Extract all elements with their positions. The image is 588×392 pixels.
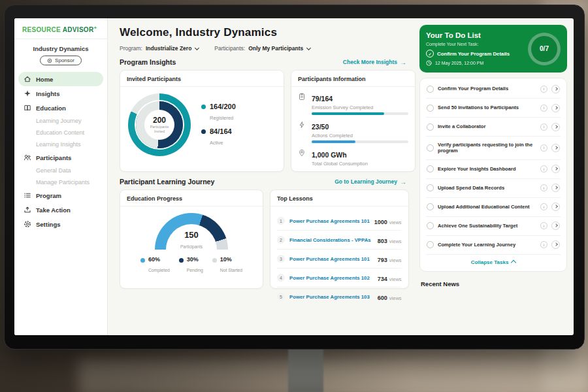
- task-label: Upload Additional Educational Content: [438, 204, 536, 210]
- program-select[interactable]: Industrialize Zero: [146, 45, 199, 52]
- invited-donut-chart: 200 Participants Invited: [128, 93, 191, 156]
- task-checkbox[interactable]: [427, 123, 434, 131]
- legend-label: Registered: [210, 115, 233, 121]
- chevron-right-icon[interactable]: [551, 144, 560, 152]
- legend-item-registered: 164/200 Registered: [201, 103, 236, 122]
- task-checkbox[interactable]: [427, 184, 434, 191]
- task-row-confirm-program[interactable]: Confirm Your Program Details i: [426, 80, 561, 99]
- sidebar-item-insights[interactable]: Insights: [14, 86, 107, 101]
- info-icon[interactable]: i: [540, 86, 547, 93]
- gauge-legend-dot: [212, 258, 217, 263]
- info-icon[interactable]: i: [540, 222, 547, 229]
- go-to-learning-journey-link[interactable]: Go to Learning Journey →: [335, 178, 406, 186]
- card-title: Invited Participants: [127, 76, 277, 82]
- sidebar-item-manage-participants[interactable]: Manage Participants: [14, 176, 107, 188]
- info-icon[interactable]: i: [540, 123, 547, 131]
- info-icon[interactable]: i: [540, 144, 547, 152]
- sidebar-item-education-content[interactable]: Education Content: [14, 127, 107, 139]
- lesson-title-link[interactable]: Financial Considerations - VPPAs: [289, 237, 373, 243]
- actions-bolt-icon: [298, 121, 306, 129]
- sidebar-nav: Home Insights Education Learning Journey: [14, 72, 107, 231]
- sidebar-item-program[interactable]: Program: [14, 188, 107, 203]
- stat-progress-fill: [312, 140, 355, 143]
- chevron-right-icon[interactable]: [551, 85, 560, 93]
- participants-information-card: Participants Information 79/164 Emission…: [291, 70, 416, 172]
- sidebar-item-participants[interactable]: Participants: [14, 150, 107, 165]
- link-label: Go to Learning Journey: [335, 178, 397, 185]
- program-icon: [24, 191, 31, 199]
- collapse-tasks-link[interactable]: Collapse Tasks: [426, 255, 561, 270]
- stat-label: Actions Completed: [312, 133, 408, 139]
- task-row-send-invitations[interactable]: Send 50 Invitations to Participants i: [426, 99, 561, 118]
- sidebar-item-label: General Data: [36, 167, 71, 174]
- task-row-complete-learning-journey[interactable]: Complete Your Learning Journey i: [426, 236, 561, 255]
- lesson-title-link[interactable]: Power Purchase Agreements 101: [289, 218, 370, 224]
- task-checkbox[interactable]: [427, 105, 434, 112]
- sidebar-item-learning-journey[interactable]: Learning Journey: [14, 115, 107, 127]
- check-more-insights-link[interactable]: Check More Insights →: [343, 59, 406, 66]
- divider: [270, 206, 408, 206]
- info-icon[interactable]: i: [540, 105, 547, 112]
- settings-gear-icon: [24, 220, 31, 228]
- todo-panel: Your To Do List Complete Your Next Task:…: [416, 18, 574, 335]
- task-row-verify-participants[interactable]: Verify participants requesting to join t…: [426, 137, 561, 160]
- task-row-upload-spend-data[interactable]: Upload Spend Data Records i: [426, 179, 561, 198]
- chevron-right-icon[interactable]: [551, 221, 560, 230]
- legend-value: 164/200: [210, 103, 236, 110]
- chevron-right-icon[interactable]: [551, 165, 560, 173]
- participants-select-value: Only My Participants: [248, 45, 303, 52]
- check-circle-icon: ✓: [426, 50, 434, 57]
- sidebar-item-general-data[interactable]: General Data: [14, 165, 107, 176]
- task-checkbox[interactable]: [427, 203, 434, 210]
- chevron-right-icon[interactable]: [551, 184, 560, 192]
- task-checkbox[interactable]: [427, 222, 434, 229]
- task-checkbox[interactable]: [427, 241, 434, 248]
- lesson-row: 4 Power Purchase Agreements 102 734views: [277, 269, 402, 287]
- task-row-invite-collaborator[interactable]: Invite a Collaborator i: [426, 118, 561, 137]
- task-row-upload-educational-content[interactable]: Upload Additional Educational Content i: [426, 198, 561, 217]
- sponsor-badge: Sponsor: [40, 56, 82, 65]
- chevron-right-icon[interactable]: [551, 240, 560, 249]
- info-icon[interactable]: i: [540, 165, 547, 172]
- task-checkbox[interactable]: [427, 86, 434, 93]
- todo-hero-card: Your To Do List Complete Your Next Task:…: [419, 25, 567, 73]
- gauge-center-value: 150: [155, 231, 228, 239]
- sidebar-item-take-action[interactable]: Take Action: [14, 203, 107, 217]
- sidebar-item-settings[interactable]: Settings: [14, 217, 107, 231]
- donut-legend-dot: [201, 129, 206, 134]
- chevron-right-icon[interactable]: [551, 203, 560, 211]
- info-icon[interactable]: i: [540, 203, 547, 210]
- lesson-views: 803: [378, 238, 387, 244]
- legend-item-pending: 30% Pending: [179, 256, 203, 274]
- card-title: Top Lessons: [277, 195, 402, 202]
- task-checkbox[interactable]: [427, 165, 434, 172]
- chevron-right-icon[interactable]: [551, 123, 560, 131]
- chevron-down-icon: [195, 45, 199, 50]
- logo-advisor-text: ADVISOR: [63, 26, 94, 33]
- sidebar-item-learning-insights[interactable]: Learning Insights: [14, 139, 107, 150]
- legend-value: 10%: [220, 256, 242, 263]
- chevron-down-icon: [306, 45, 311, 50]
- lesson-views: 1000: [374, 219, 387, 225]
- lesson-title-link[interactable]: Power Purchase Agreements 103: [289, 294, 373, 300]
- legend-value: 30%: [187, 256, 203, 263]
- chevron-right-icon[interactable]: [551, 104, 560, 112]
- task-row-achieve-target[interactable]: Achieve One Sustainability Target i: [426, 217, 561, 236]
- sidebar-item-education[interactable]: Education: [14, 101, 107, 115]
- sidebar-item-home[interactable]: Home: [18, 72, 103, 86]
- location-pin-icon: [298, 149, 306, 157]
- participants-select[interactable]: Only My Participants: [248, 45, 310, 52]
- task-row-explore-insights[interactable]: Explore Your Insights Dashboard i: [426, 160, 561, 179]
- sidebar-item-label: Settings: [36, 221, 60, 228]
- legend-label: Not Started: [220, 268, 242, 272]
- info-icon[interactable]: i: [540, 184, 547, 191]
- lesson-title-link[interactable]: Power Purchase Agreements 102: [289, 275, 373, 281]
- donut-center-label: Participants Invited: [148, 125, 171, 134]
- info-icon[interactable]: i: [540, 241, 547, 248]
- todo-next-task-row: ✓ Confirm Your Program Details: [426, 50, 523, 57]
- divider: [120, 86, 284, 87]
- task-label: Send 50 Invitations to Participants: [438, 105, 536, 111]
- gauge-center: 150 Participants: [155, 231, 228, 250]
- lesson-title-link[interactable]: Power Purchase Agreements 101: [289, 256, 373, 262]
- task-checkbox[interactable]: [427, 144, 434, 152]
